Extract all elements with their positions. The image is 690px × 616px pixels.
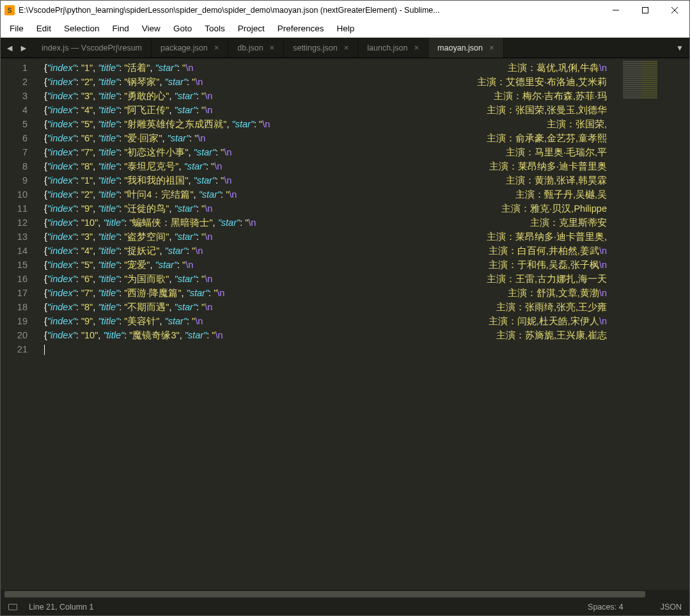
code-line: {"index": "4", "title": "捉妖记", "star": "… xyxy=(44,244,607,258)
code-line: {"index": "1", "title": "我和我的祖国", "star"… xyxy=(44,173,607,187)
code-line: {"index": "1", "title": "活着", "star": "\… xyxy=(44,61,607,75)
status-indent[interactable]: Spaces: 4 xyxy=(588,603,623,612)
window-title: E:\VscodePrj\python_learning\spiderLesso… xyxy=(19,6,601,15)
minimap[interactable] xyxy=(619,58,689,590)
tab-strip: ◄ ► index.js — VscodePrj\resumpackage.js… xyxy=(1,38,689,58)
code-line: {"index": "2", "title": "叶问4：完结篇", "star… xyxy=(44,187,607,201)
tab-close-icon[interactable]: × xyxy=(344,43,349,52)
tab-db-json[interactable]: db.json× xyxy=(228,38,284,58)
menu-item-find[interactable]: Find xyxy=(106,22,136,35)
menu-item-selection[interactable]: Selection xyxy=(58,22,106,35)
menu-item-goto[interactable]: Goto xyxy=(167,22,198,35)
code-line: {"index": "5", "title": "宠爱", "star": "\… xyxy=(44,258,607,272)
line-number-gutter[interactable]: 123456789101112131415161718192021 xyxy=(1,58,38,590)
code-line: {"index": "7", "title": "初恋这件小事", "star"… xyxy=(44,145,607,159)
menu-item-project[interactable]: Project xyxy=(231,22,271,35)
tab-container: index.js — VscodePrj\resumpackage.json×d… xyxy=(33,38,670,58)
menu-item-view[interactable]: View xyxy=(136,22,167,35)
text-cursor xyxy=(44,345,45,355)
tab-label: index.js — VscodePrj\resum xyxy=(42,43,142,52)
tab-label: db.json xyxy=(237,43,263,52)
tab-label: launch.json xyxy=(367,43,407,52)
status-bar: Line 21, Column 1 Spaces: 4 JSON xyxy=(1,599,689,615)
menu-bar: FileEditSelectionFindViewGotoToolsProjec… xyxy=(1,20,689,38)
panel-switcher-icon[interactable] xyxy=(8,604,17,610)
code-line: {"index": "9", "title": "迁徙的鸟", "star": … xyxy=(44,201,607,216)
tab-label: settings.json xyxy=(293,43,337,52)
menu-item-preferences[interactable]: Preferences xyxy=(271,22,331,35)
code-line xyxy=(44,342,619,356)
tab-nav-right-icon[interactable]: ► xyxy=(19,43,28,53)
code-line: {"index": "5", "title": "射雕英雄传之东成西就", "s… xyxy=(44,117,607,131)
tab-label: package.json xyxy=(161,43,208,52)
tab-nav-arrows[interactable]: ◄ ► xyxy=(1,38,33,58)
menu-item-help[interactable]: Help xyxy=(331,22,361,35)
tab-maoyan-json[interactable]: maoyan.json× xyxy=(428,38,503,58)
code-line: {"index": "3", "title": "勇敢的心", "star": … xyxy=(44,89,607,103)
tab-overflow-button[interactable]: ▼ xyxy=(670,38,689,58)
horizontal-scrollbar[interactable] xyxy=(1,590,689,599)
code-line: {"index": "6", "title": "为国而歌", "star": … xyxy=(44,272,607,286)
minimap-content xyxy=(623,61,686,99)
code-line: {"index": "8", "title": "不期而遇", "star": … xyxy=(44,300,607,314)
code-area[interactable]: {"index": "1", "title": "活着", "star": "\… xyxy=(38,58,619,590)
code-line: {"index": "4", "title": "阿飞正传", "star": … xyxy=(44,103,607,117)
tab-settings-json[interactable]: settings.json× xyxy=(284,38,358,58)
tab-package-json[interactable]: package.json× xyxy=(152,38,228,58)
svg-rect-1 xyxy=(643,8,648,13)
code-line: {"index": "2", "title": "钢琴家", "star": "… xyxy=(44,75,607,89)
menu-item-tools[interactable]: Tools xyxy=(198,22,231,35)
tab-nav-left-icon[interactable]: ◄ xyxy=(5,43,14,53)
code-line: {"index": "6", "title": "爱·回家", "star": … xyxy=(44,131,607,145)
minimize-button[interactable] xyxy=(601,1,631,20)
title-bar[interactable]: S E:\VscodePrj\python_learning\spiderLes… xyxy=(1,1,689,20)
code-line: {"index": "9", "title": "美容针", "star": "… xyxy=(44,314,607,328)
menu-item-file[interactable]: File xyxy=(3,22,30,35)
status-cursor-position[interactable]: Line 21, Column 1 xyxy=(29,603,93,612)
status-syntax[interactable]: JSON xyxy=(661,603,682,612)
menu-item-edit[interactable]: Edit xyxy=(30,22,58,35)
tab-close-icon[interactable]: × xyxy=(214,43,219,52)
tab-close-icon[interactable]: × xyxy=(414,43,419,52)
code-line: {"index": "7", "title": "西游·降魔篇", "star"… xyxy=(44,286,607,300)
tab-index-js-vscodeprj-resum[interactable]: index.js — VscodePrj\resum xyxy=(33,38,152,58)
scrollbar-thumb[interactable] xyxy=(4,591,645,597)
tab-close-icon[interactable]: × xyxy=(489,43,494,52)
maximize-button[interactable] xyxy=(631,1,660,20)
app-icon: S xyxy=(4,5,15,15)
tab-label: maoyan.json xyxy=(437,43,483,52)
editor: 123456789101112131415161718192021 {"inde… xyxy=(1,58,689,590)
code-line: {"index": "3", "title": "盗梦空间", "star": … xyxy=(44,230,607,244)
code-line: {"index": "8", "title": "泰坦尼克号", "star":… xyxy=(44,159,607,173)
app-window: S E:\VscodePrj\python_learning\spiderLes… xyxy=(0,0,690,616)
tab-close-icon[interactable]: × xyxy=(270,43,275,52)
close-button[interactable] xyxy=(660,1,689,20)
code-line: {"index": "10", "title": "蝙蝠侠：黑暗骑士", "st… xyxy=(44,216,607,230)
tab-launch-json[interactable]: launch.json× xyxy=(358,38,428,58)
code-line: {"index": "10", "title": "魔镜奇缘3", "star"… xyxy=(44,328,607,342)
